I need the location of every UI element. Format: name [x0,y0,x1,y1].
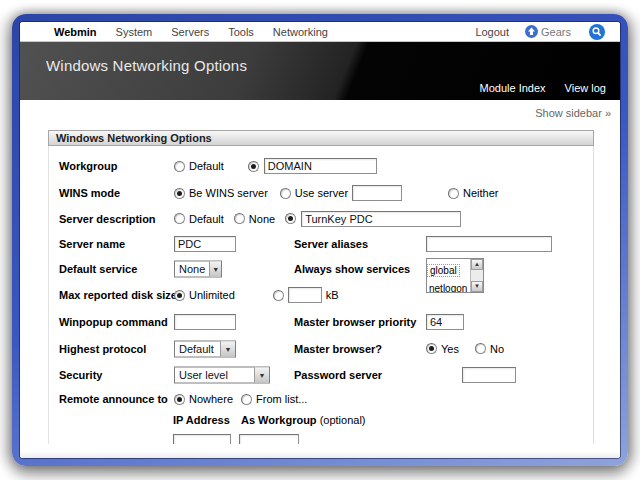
search-icon[interactable] [589,24,605,40]
form-row-security: Security User level▼ Password server [49,362,593,388]
workgroup-default-radio[interactable] [174,161,185,172]
module-index-link[interactable]: Module Index [480,82,546,94]
announce-from-list-label: From list... [256,393,307,405]
announce-nowhere-label: Nowhere [189,393,233,405]
server-name-label: Server name [59,238,125,250]
browser-window: Webmin System Servers Tools Networking L… [12,14,628,466]
show-sidebar-link[interactable]: Show sidebar » [535,107,611,119]
winpopup-command-label: Winpopup command [59,316,168,328]
server-name-input[interactable] [174,236,236,252]
wins-be-server-radio[interactable] [174,188,185,199]
workgroup-default-option-label: Default [189,160,224,172]
as-workgroup-column-label: As Workgroup (optional) [241,414,366,426]
always-show-services-listbox[interactable]: global netlogon profiles ▲ ▼ [426,258,484,293]
disk-size-unit: kB [326,289,339,301]
wins-be-server-label: Be WINS server [189,187,268,199]
form-row-default-service: Default service None▼ Always show servic… [49,256,593,282]
description-input[interactable] [301,211,461,227]
user-badge[interactable]: Gears [525,25,571,38]
window-content: Webmin System Servers Tools Networking L… [20,22,620,458]
menu-item-networking[interactable]: Networking [273,26,328,38]
dropdown-arrow-icon: ▼ [220,341,235,356]
workgroup-input[interactable] [264,158,377,174]
form-row-server-name: Server name Server aliases [49,231,593,256]
master-browser-no-label: No [490,343,504,355]
wins-neither-label: Neither [463,187,498,199]
description-custom-radio[interactable] [285,213,296,224]
viewport-bottom-cutoff [20,444,620,458]
announce-from-list-radio[interactable] [241,394,252,405]
logout-link[interactable]: Logout [475,26,509,38]
form-row-wins-mode: WINS mode Be WINS server Use server Neit… [49,180,593,206]
description-none-label: None [249,213,275,225]
scroll-up-icon[interactable]: ▲ [471,259,483,270]
master-browser-priority-label: Master browser priority [294,316,416,328]
form-row-highest-protocol: Highest protocol Default▼ Master browser… [49,335,593,362]
server-aliases-label: Server aliases [294,238,368,250]
remote-announce-label: Remote announce to [59,393,168,405]
options-form: Windows Networking Options Workgroup Def… [48,130,594,458]
password-server-input[interactable] [462,367,516,383]
disk-unlimited-radio[interactable] [174,290,185,301]
wins-use-server-radio[interactable] [280,188,291,199]
server-aliases-input[interactable] [426,236,552,252]
description-default-label: Default [189,213,224,225]
workgroup-label: Workgroup [59,160,117,172]
description-default-radio[interactable] [174,213,185,224]
form-row-winpopup: Winpopup command Master browser priority [49,308,593,335]
highest-protocol-label: Highest protocol [59,343,146,355]
form-row-announce-columns: IP Address As Workgroup (optional) [49,410,593,430]
master-browser-priority-input[interactable] [426,314,464,330]
menu-item-servers[interactable]: Servers [171,26,209,38]
disk-size-input[interactable] [288,287,322,303]
form-row-remote-announce: Remote announce to Nowhere From list... [49,388,593,410]
dropdown-arrow-icon: ▼ [209,262,221,277]
menu-item-tools[interactable]: Tools [228,26,254,38]
always-show-services-label: Always show services [294,263,410,275]
view-log-link[interactable]: View log [565,82,606,94]
top-menubar: Webmin System Servers Tools Networking L… [20,22,620,42]
master-browser-yes-radio[interactable] [426,343,437,354]
winpopup-command-input[interactable] [174,314,236,330]
page-header: Windows Networking Options Module Index … [20,42,620,100]
menu-item-system[interactable]: System [116,26,153,38]
user-name: Gears [541,26,571,38]
wins-mode-label: WINS mode [59,187,120,199]
wins-use-server-label: Use server [295,187,348,199]
form-row-server-description: Server description Default None [49,206,593,231]
page-background: Webmin System Servers Tools Networking L… [0,0,640,480]
password-server-label: Password server [294,369,382,381]
max-disk-size-label: Max reported disk size [59,289,177,301]
dropdown-arrow-icon: ▼ [254,368,269,383]
security-select[interactable]: User level▼ [174,367,270,384]
scroll-down-icon[interactable]: ▼ [471,281,483,292]
wins-neither-radio[interactable] [448,188,459,199]
master-browser-label: Master browser? [294,343,382,355]
service-option-global[interactable]: global [427,264,460,277]
listbox-scrollbar[interactable]: ▲ ▼ [470,259,483,292]
wins-use-server-input[interactable] [352,185,402,201]
ip-address-column-label: IP Address [173,414,230,426]
form-row-workgroup: Workgroup Default [49,152,593,180]
form-row-max-disk-size: Max reported disk size Unlimited kB [49,282,593,308]
main-content: Show sidebar » Windows Networking Option… [20,100,620,458]
highest-protocol-select[interactable]: Default▼ [174,340,236,357]
page-title: Windows Networking Options [46,57,247,74]
service-option-netlogon[interactable]: netlogon [427,283,469,292]
master-browser-no-radio[interactable] [475,343,486,354]
workgroup-custom-radio[interactable] [248,161,259,172]
optional-note: (optional) [320,414,366,426]
disk-unlimited-label: Unlimited [189,289,235,301]
master-browser-yes-label: Yes [441,343,459,355]
section-header: Windows Networking Options [48,130,594,146]
security-label: Security [59,369,102,381]
default-service-label: Default service [59,263,137,275]
announce-nowhere-radio[interactable] [174,394,185,405]
default-service-select[interactable]: None▼ [174,261,222,278]
server-description-label: Server description [59,213,156,225]
menu-item-webmin[interactable]: Webmin [54,26,97,38]
up-arrow-icon [525,25,538,38]
disk-custom-radio[interactable] [273,290,284,301]
description-none-radio[interactable] [234,213,245,224]
